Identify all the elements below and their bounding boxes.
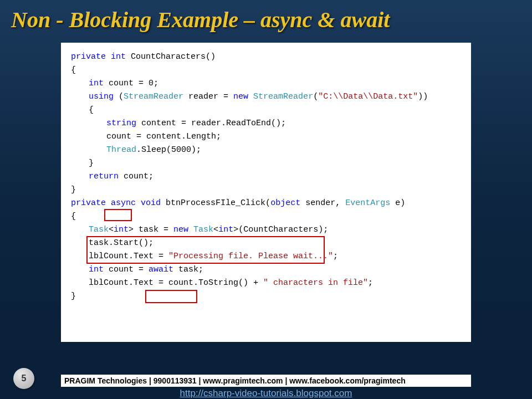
- code-token: (: [313, 92, 318, 101]
- code-token: Task: [89, 225, 109, 234]
- code-token: task;: [173, 265, 203, 274]
- code-token: [136, 198, 141, 208]
- code-token: count = 0;: [104, 79, 158, 88]
- code-token: void: [141, 198, 161, 208]
- code-token: content = reader.ReadToEnd();: [136, 119, 286, 128]
- code-token: sender,: [300, 198, 345, 208]
- code-token: lblCount.Text =: [89, 252, 168, 261]
- code-token: async: [111, 198, 136, 208]
- code-token: e): [390, 198, 405, 208]
- code-token: new: [173, 225, 188, 234]
- code-token: CountCharacters(): [126, 52, 216, 62]
- code-token: count;: [119, 172, 154, 181]
- code-token: return: [89, 172, 119, 181]
- code-token: " characters in file": [263, 278, 368, 288]
- code-token: <: [109, 225, 114, 234]
- code-token: }: [71, 157, 461, 170]
- code-token: EventArgs: [345, 198, 390, 208]
- code-token: .Sleep(5000);: [136, 145, 201, 155]
- code-token: [188, 225, 193, 234]
- code-token: Thread: [106, 145, 136, 155]
- code-token: count = content.Length;: [71, 130, 461, 144]
- page-number-badge: 5: [13, 368, 34, 389]
- code-token: (: [114, 92, 124, 101]
- code-token: > task =: [129, 225, 173, 234]
- code-token: int: [89, 79, 104, 88]
- code-token: StreamReader: [253, 92, 313, 101]
- code-token: lblCount.Text = count.ToString() +: [89, 278, 263, 288]
- code-token: int: [114, 225, 129, 234]
- code-token: }: [71, 183, 461, 197]
- code-token: task.Start();: [71, 237, 461, 250]
- code-token: using: [89, 92, 114, 101]
- code-token: int: [218, 225, 233, 234]
- code-token: Task: [193, 225, 213, 234]
- footer-bar: PRAGIM Technologies | 9900113931 | www.p…: [61, 375, 471, 387]
- code-token: private: [71, 52, 106, 62]
- code-token: {: [71, 104, 461, 117]
- code-block: private int CountCharacters() { int coun…: [61, 43, 471, 342]
- code-token: count =: [104, 265, 149, 274]
- code-token: object: [270, 198, 300, 208]
- code-token: new: [233, 92, 248, 101]
- code-token: ;: [333, 252, 338, 261]
- code-token: "Processing file. Please wait...": [168, 252, 333, 261]
- code-token: string: [106, 119, 136, 128]
- slide-title: Non - Blocking Example – async & await: [0, 0, 532, 37]
- code-token: "C:\\Data\\Data.txt": [318, 92, 418, 101]
- code-token: [106, 198, 111, 208]
- code-token: int: [89, 265, 104, 274]
- code-token: StreamReader: [124, 92, 183, 101]
- code-token: reader =: [183, 92, 233, 101]
- code-token: private: [71, 198, 106, 208]
- code-token: <: [213, 225, 218, 234]
- code-token: }: [71, 290, 461, 303]
- code-token: {: [71, 64, 461, 77]
- code-token: int: [111, 52, 126, 62]
- code-token: ;: [368, 278, 373, 288]
- blog-link[interactable]: http://csharp-video-tutorials.blogspot.c…: [0, 388, 532, 399]
- code-token: [248, 92, 253, 101]
- code-token: btnProcessFIle_Click(: [161, 198, 270, 208]
- code-token: >(CountCharacters);: [233, 225, 328, 234]
- code-token: )): [418, 92, 428, 101]
- code-token: await: [149, 265, 173, 274]
- code-token: {: [71, 210, 461, 223]
